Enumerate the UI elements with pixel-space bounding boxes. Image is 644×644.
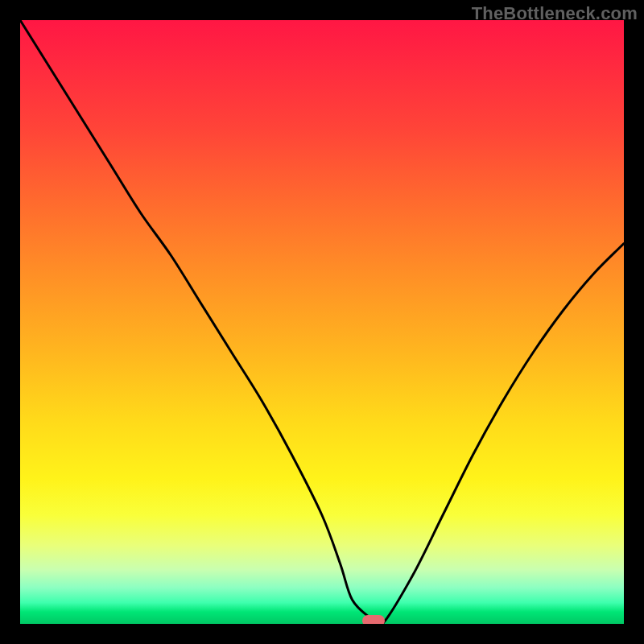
- optimal-marker: [362, 615, 385, 624]
- chart-frame: TheBottleneck.com: [0, 0, 644, 644]
- bottleneck-curve: [20, 20, 624, 624]
- plot-area: [20, 20, 624, 624]
- watermark-text: TheBottleneck.com: [472, 3, 638, 24]
